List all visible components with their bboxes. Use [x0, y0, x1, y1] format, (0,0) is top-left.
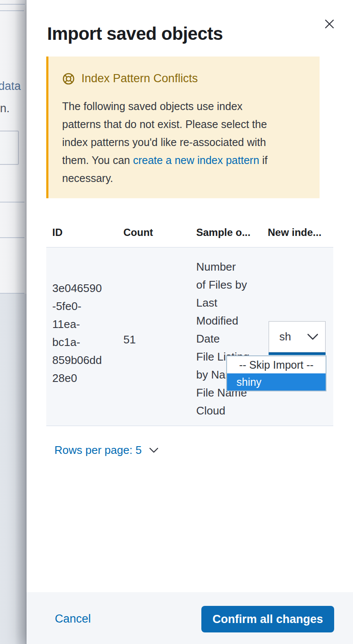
select-focus-underline — [269, 352, 326, 355]
new-index-pattern-select[interactable]: sh — [269, 321, 326, 352]
cell-id: 3e046590 -5fe0- 11ea- bc1a- 859b06dd 28e… — [52, 279, 102, 387]
option-skip-import[interactable]: -- Skip Import -- — [227, 356, 326, 373]
sample-line: Modified — [196, 312, 249, 330]
callout-body-text: them. You can — [62, 154, 133, 166]
life-ring-icon — [62, 72, 75, 85]
id-line: 11ea- — [52, 315, 102, 333]
background-divider — [0, 10, 24, 11]
chevron-down-icon — [149, 447, 159, 454]
background-table-line — [0, 293, 24, 294]
close-icon[interactable] — [323, 17, 336, 31]
background-table-line — [0, 202, 24, 203]
callout-body-line: index patterns you'd like re-associated … — [62, 133, 308, 151]
page-title: Import saved objects — [47, 24, 223, 44]
select-value: sh — [279, 330, 291, 343]
column-header-new-index: New inde... — [268, 227, 321, 239]
sample-line: of Files by — [196, 276, 249, 294]
close-icon — [324, 18, 335, 30]
background-table-line — [0, 237, 24, 238]
id-line: 3e046590 — [52, 279, 102, 297]
index-pattern-conflicts-callout: Index Pattern Conflicts The following sa… — [46, 57, 320, 198]
column-header-sample: Sample o... — [196, 227, 251, 239]
id-line: 28e0 — [52, 369, 102, 387]
background-panel — [0, 294, 27, 644]
callout-body: The following saved objects use index pa… — [62, 97, 308, 187]
id-line: 859b06dd — [52, 351, 102, 369]
column-header-count: Count — [123, 227, 153, 239]
cell-count: 51 — [123, 331, 136, 349]
chevron-down-icon — [306, 333, 319, 341]
sample-line: Date — [196, 330, 249, 348]
background-partial-link: data — [0, 80, 21, 93]
index-pattern-option-list: -- Skip Import -- shiny — [226, 355, 326, 391]
callout-body-line: patterns that do not exist. Please selec… — [62, 115, 308, 133]
callout-body-text: if — [259, 154, 267, 166]
confirm-all-changes-button[interactable]: Confirm all changes — [201, 606, 334, 632]
callout-body-line: them. You can create a new index pattern… — [62, 151, 308, 169]
id-line: -5fe0- — [52, 297, 102, 315]
cell-sample-objects: Number of Files by Last Modified Date Fi… — [196, 258, 249, 420]
column-header-id: ID — [52, 227, 63, 239]
sample-line: Number — [196, 258, 249, 276]
rows-per-page-control[interactable]: Rows per page: 5 — [54, 444, 159, 457]
callout-title: Index Pattern Conflicts — [81, 72, 198, 85]
callout-body-line: The following saved objects use index — [62, 97, 308, 115]
callout-header: Index Pattern Conflicts — [62, 72, 308, 85]
callout-body-line: necessary. — [62, 169, 308, 187]
sample-line: Cloud — [196, 402, 249, 420]
rows-per-page-label: Rows per page: 5 — [54, 444, 142, 457]
id-line: bc1a- — [52, 333, 102, 351]
sample-line: Last — [196, 294, 249, 312]
create-index-pattern-link[interactable]: create a new index pattern — [133, 154, 259, 166]
cancel-button[interactable]: Cancel — [55, 612, 91, 626]
option-shiny[interactable]: shiny — [227, 373, 326, 391]
background-page: data n. — [0, 0, 27, 644]
background-divider — [0, 4, 25, 5]
background-input-box — [0, 131, 19, 165]
import-saved-objects-flyout: Import saved objects Index Pattern Confl… — [27, 0, 353, 644]
background-partial-text: n. — [0, 102, 10, 115]
